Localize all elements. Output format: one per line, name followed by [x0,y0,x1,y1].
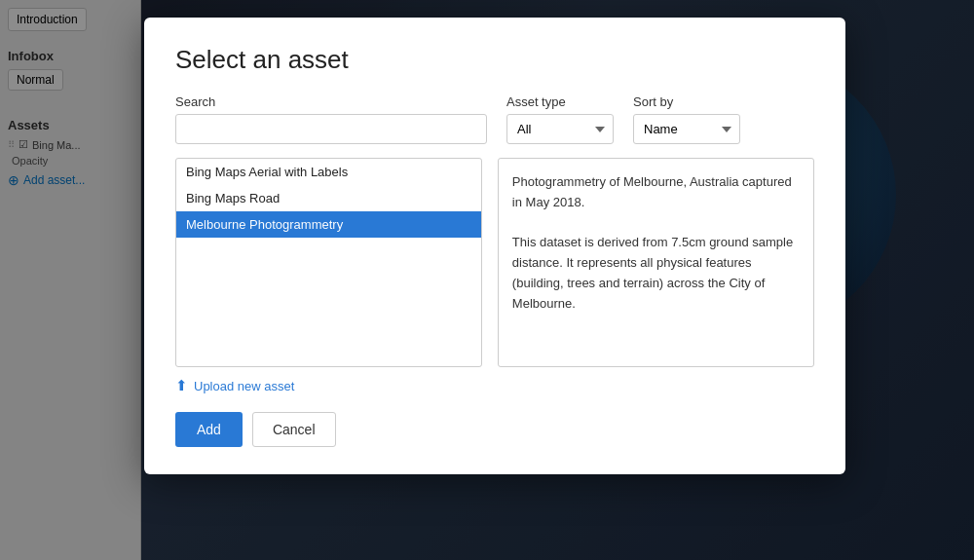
asset-type-group: Asset type All Imagery Terrain 3D Tiles [506,94,614,144]
asset-list-item-bing-road[interactable]: Bing Maps Road [176,185,481,211]
search-group: Search [175,94,487,144]
select-asset-modal: Select an asset Search Asset type All Im… [144,18,845,474]
asset-list-item-melbourne[interactable]: Melbourne Photogrammetry [176,211,481,238]
modal-actions: Add Cancel [175,412,814,447]
sort-by-label: Sort by [633,94,740,109]
sort-by-group: Sort by Name Date added Type [633,94,740,144]
upload-icon: ⬆ [175,377,188,394]
search-input[interactable] [175,114,487,144]
search-label: Search [175,94,487,109]
cancel-button[interactable]: Cancel [252,412,336,447]
asset-list[interactable]: Bing Maps Aerial with Labels Bing Maps R… [175,158,482,367]
asset-select-wrapper: Bing Maps Aerial with Labels Bing Maps R… [175,158,814,367]
asset-type-select[interactable]: All Imagery Terrain 3D Tiles [506,114,614,144]
upload-new-asset-link[interactable]: ⬆ Upload new asset [175,377,814,394]
sort-by-select[interactable]: Name Date added Type [633,114,740,144]
upload-label: Upload new asset [194,379,294,393]
asset-list-container: Bing Maps Aerial with Labels Bing Maps R… [175,158,482,367]
modal-title: Select an asset [175,45,814,75]
asset-description: Photogrammetry of Melbourne, Australia c… [498,158,814,367]
asset-list-item-bing-aerial[interactable]: Bing Maps Aerial with Labels [176,159,481,185]
add-button[interactable]: Add [175,412,243,447]
asset-type-label: Asset type [506,94,614,109]
modal-form-row: Search Asset type All Imagery Terrain 3D… [175,94,814,144]
